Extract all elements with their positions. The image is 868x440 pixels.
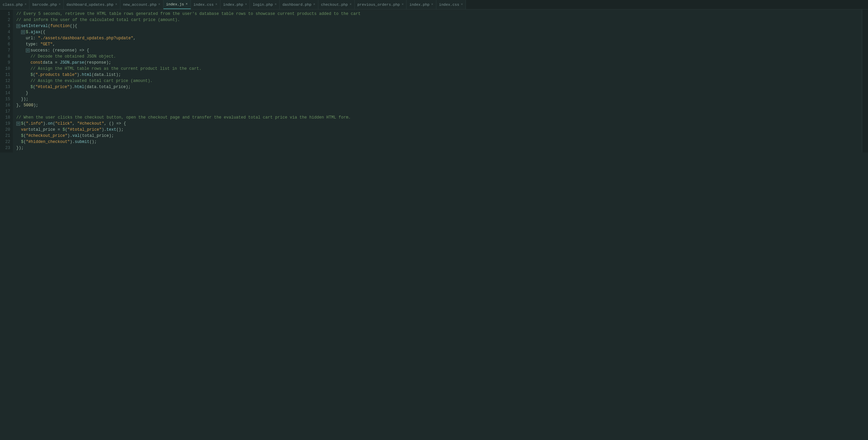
code-line: − success: (response) => { — [16, 47, 862, 54]
fold-icon-19[interactable]: − — [16, 122, 20, 126]
tab-checkout[interactable]: checkout.php× — [318, 0, 355, 9]
code-line: type: "GET", — [16, 41, 862, 47]
code-line: }); — [16, 96, 862, 102]
tab-index-php2[interactable]: index.php× — [407, 0, 436, 9]
tab-index-css2[interactable]: index.css× — [436, 0, 466, 9]
code-line: // Decode the obtained JSON object. — [16, 54, 862, 60]
code-line: // Every 5 seconds, retrieve the HTML ta… — [16, 11, 862, 17]
code-line: } — [16, 90, 862, 96]
code-line: $("#checkout_price").val(total_price); — [16, 133, 862, 139]
code-line: // and inform the user of the calculated… — [16, 17, 862, 23]
code-line: const data = JSON.parse(response); — [16, 60, 862, 66]
code-line — [16, 108, 862, 114]
code-line: // Assign the evaluated total cart price… — [16, 78, 862, 84]
right-panel — [862, 9, 868, 152]
code-line: }, 5000); — [16, 102, 862, 108]
code-line: $("#total_price").html(data.total_price)… — [16, 84, 862, 90]
tab-barcode[interactable]: barcode.php× — [29, 0, 64, 9]
code-line: }); — [16, 145, 862, 151]
code-line: $(".products table").html(data.list); — [16, 72, 862, 78]
line-numbers: 1234567891011121314151617181920212223 — [0, 9, 13, 152]
tab-index-php[interactable]: index.php× — [220, 0, 250, 9]
tab-new-account[interactable]: new_account.php× — [120, 0, 163, 9]
tab-index-js[interactable]: index.js× — [163, 0, 191, 9]
tab-class[interactable]: class.php× — [0, 0, 29, 9]
code-line: $("#hidden_checkout").submit(); — [16, 139, 862, 145]
code-line: // Assign the HTML table rows as the cur… — [16, 66, 862, 72]
code-content[interactable]: // Every 5 seconds, retrieve the HTML ta… — [13, 9, 862, 152]
editor-area: 1234567891011121314151617181920212223 //… — [0, 9, 868, 152]
code-line: −setInterval(function(){ — [16, 23, 862, 29]
fold-icon-3[interactable]: − — [16, 24, 20, 28]
tab-bar: class.php×barcode.php×dashboard_updates.… — [0, 0, 868, 9]
code-line: // When the user clicks the checkout but… — [16, 114, 862, 121]
fold-icon-4[interactable]: − — [21, 30, 25, 34]
code-line: − $.ajax({ — [16, 29, 862, 35]
code-line: url: "./assets/dashboard_updates.php?upd… — [16, 35, 862, 41]
tab-dashboard[interactable]: dashboard.php× — [280, 0, 318, 9]
editor-container: class.php×barcode.php×dashboard_updates.… — [0, 0, 868, 152]
tab-login[interactable]: login.php× — [250, 0, 279, 9]
fold-icon-7[interactable]: − — [26, 48, 30, 53]
code-line: −$(".info").on("click", "#checkout", () … — [16, 121, 862, 127]
tab-prev-orders[interactable]: previous_orders.php× — [355, 0, 407, 9]
tab-dashboard-updates[interactable]: dashboard_updates.php× — [64, 0, 120, 9]
tab-index-css[interactable]: index.css× — [191, 0, 220, 9]
code-line: var total_price = $("#total_price").text… — [16, 127, 862, 133]
